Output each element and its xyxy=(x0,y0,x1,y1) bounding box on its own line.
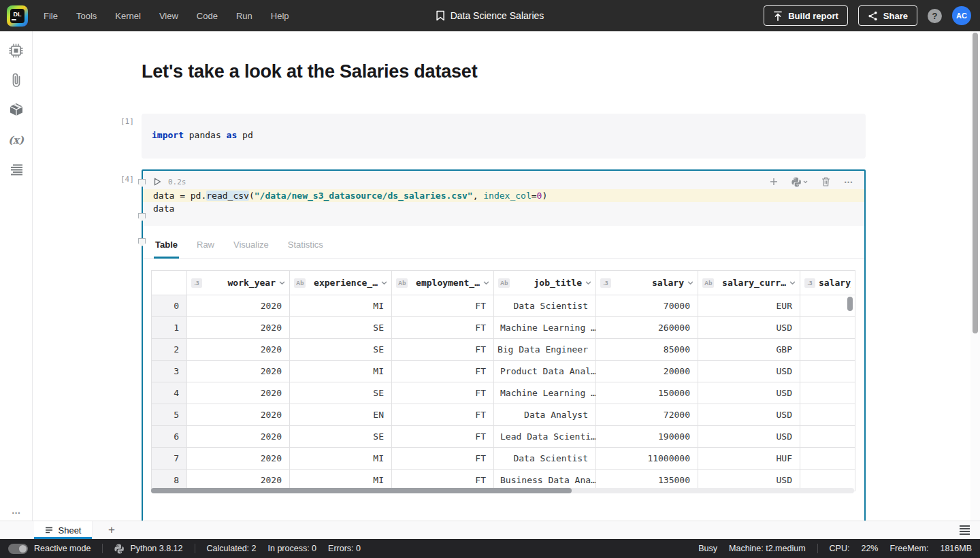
column-header-salary[interactable]: .3salary xyxy=(596,271,698,295)
menu-help[interactable]: Help xyxy=(267,8,293,24)
cell2-code-area[interactable]: 0.2s ⋯ data = pd.read_c xyxy=(143,171,864,226)
tab-statistics[interactable]: Statistics xyxy=(287,240,325,258)
build-report-button[interactable]: Build report xyxy=(764,5,848,26)
sidebar-more-button[interactable]: ⋯ xyxy=(0,508,33,518)
markdown-heading[interactable]: Let's take a look at the Salaries datase… xyxy=(142,61,866,82)
table-cell: Data Scientist xyxy=(494,448,596,470)
menu-code[interactable]: Code xyxy=(193,8,222,24)
table-cell: USD xyxy=(698,317,800,339)
column-header-salary_curr[interactable]: Absalary_curr… xyxy=(698,271,800,295)
help-button[interactable]: ? xyxy=(928,9,942,23)
outline-icon[interactable] xyxy=(8,162,24,178)
avatar[interactable]: AC xyxy=(952,6,971,25)
run-cell-icon[interactable] xyxy=(154,178,161,186)
reactive-mode-toggle[interactable] xyxy=(8,544,28,554)
more-actions-icon[interactable]: ⋯ xyxy=(844,177,853,187)
table-cell xyxy=(800,339,855,361)
table-cell: SE xyxy=(290,382,392,404)
statusbar-divider xyxy=(195,544,195,553)
table-row: 32020MIFTProduct Data Anal…20000USD xyxy=(152,361,855,382)
menu-file[interactable]: File xyxy=(39,8,62,24)
cell-language-selector[interactable] xyxy=(791,177,808,187)
chevron-down-icon xyxy=(483,281,489,285)
table-cell: USD xyxy=(698,361,800,382)
chevron-down-icon xyxy=(803,180,808,184)
avatar-initials: AC xyxy=(956,12,967,20)
table-cell: 2020 xyxy=(187,426,290,448)
tab-table[interactable]: Table xyxy=(154,240,179,259)
table-cell xyxy=(800,317,855,339)
bookmark-icon xyxy=(436,10,445,21)
table-cell: EN xyxy=(290,404,392,426)
column-header-job_title[interactable]: Abjob_title xyxy=(494,271,596,295)
code-line[interactable]: data = pd.read_csv("/data/new_s3_datasou… xyxy=(143,189,864,202)
menu-view[interactable]: View xyxy=(155,8,182,24)
kernel-info[interactable]: Python 3.8.12 xyxy=(114,544,182,554)
table-vertical-scrollbar[interactable] xyxy=(847,297,853,311)
menu-run[interactable]: Run xyxy=(232,8,257,24)
code-cell-2[interactable]: [4] 0.2s xyxy=(142,169,866,521)
datalore-logo[interactable]: DL xyxy=(7,5,28,27)
page-scrollbar-thumb[interactable] xyxy=(973,33,978,333)
variables-icon[interactable]: (x) xyxy=(8,132,24,148)
column-header-cell: .3work_year xyxy=(191,278,285,288)
column-type-badge: .3 xyxy=(191,278,202,288)
row-index: 1 xyxy=(152,317,187,339)
menu-tools[interactable]: Tools xyxy=(72,8,101,24)
row-index: 2 xyxy=(152,339,187,361)
help-glyph: ? xyxy=(932,11,938,21)
table-cell: USD xyxy=(698,426,800,448)
table-cell: MI xyxy=(290,448,392,470)
table-cell: Big Data Engineer xyxy=(494,339,596,361)
menu-kernel[interactable]: Kernel xyxy=(111,8,145,24)
statusbar-left: Reactive modePython 3.8.12Calculated: 2I… xyxy=(8,544,361,554)
column-name: salary xyxy=(615,278,684,288)
table-cell: 20000 xyxy=(596,361,698,382)
delete-cell-icon[interactable] xyxy=(821,177,830,186)
column-header-experience_[interactable]: Abexperience_… xyxy=(290,271,392,295)
status-22: 22% xyxy=(861,544,878,553)
chevron-down-icon xyxy=(381,281,387,285)
column-type-badge: .3 xyxy=(600,278,611,288)
table-cell xyxy=(800,382,855,404)
row-index: 6 xyxy=(152,426,187,448)
add-block-icon[interactable] xyxy=(770,178,778,186)
code-token: = xyxy=(532,191,537,201)
packages-icon[interactable] xyxy=(8,102,24,118)
row-index: 5 xyxy=(152,404,187,426)
tab-raw[interactable]: Raw xyxy=(195,240,216,258)
share-button[interactable]: Share xyxy=(858,5,917,26)
table-cell: 2020 xyxy=(187,295,290,317)
table-cell: 72000 xyxy=(596,404,698,426)
environment-icon[interactable] xyxy=(8,42,24,59)
statusbar-right: BusyMachine: t2.mediumCPU:22%FreeMem:181… xyxy=(698,544,972,553)
column-header-cell: Abexperience_… xyxy=(294,278,387,288)
table-cell: FT xyxy=(392,361,494,382)
tab-visualize[interactable]: Visualize xyxy=(232,240,270,258)
table-cell: 85000 xyxy=(596,339,698,361)
sheet-tab[interactable]: Sheet xyxy=(34,521,93,539)
cell1-code-line[interactable]: import pandas as pd xyxy=(152,130,866,140)
code-token: data xyxy=(153,203,174,214)
code-token: ( xyxy=(249,191,255,201)
column-name: salary_curr… xyxy=(717,278,786,288)
attachments-icon[interactable] xyxy=(8,72,24,88)
sheet-list-icon[interactable] xyxy=(959,525,970,536)
status-calculated-2: Calculated: 2 xyxy=(207,544,257,553)
column-header-salary_[interactable]: .3salary_ xyxy=(800,271,855,295)
table-cell: FT xyxy=(392,404,494,426)
column-header-cell: Abjob_title xyxy=(498,278,591,288)
code-cell-1[interactable]: [1] import pandas as pd xyxy=(142,114,866,159)
column-header-work_year[interactable]: .3work_year xyxy=(187,271,290,295)
table-horizontal-scrollbar[interactable] xyxy=(151,488,854,493)
chevron-down-icon xyxy=(687,281,693,285)
table-cell: 190000 xyxy=(596,426,698,448)
column-type-badge: Ab xyxy=(396,278,408,288)
column-header-employment_[interactable]: Abemployment_… xyxy=(392,271,494,295)
column-type-badge: Ab xyxy=(702,278,714,288)
table-cell: 2020 xyxy=(187,382,290,404)
code-line[interactable]: data xyxy=(143,202,864,215)
code-token: pd xyxy=(237,130,252,140)
page-scrollbar[interactable] xyxy=(970,31,980,521)
add-sheet-button[interactable]: + xyxy=(108,521,115,539)
